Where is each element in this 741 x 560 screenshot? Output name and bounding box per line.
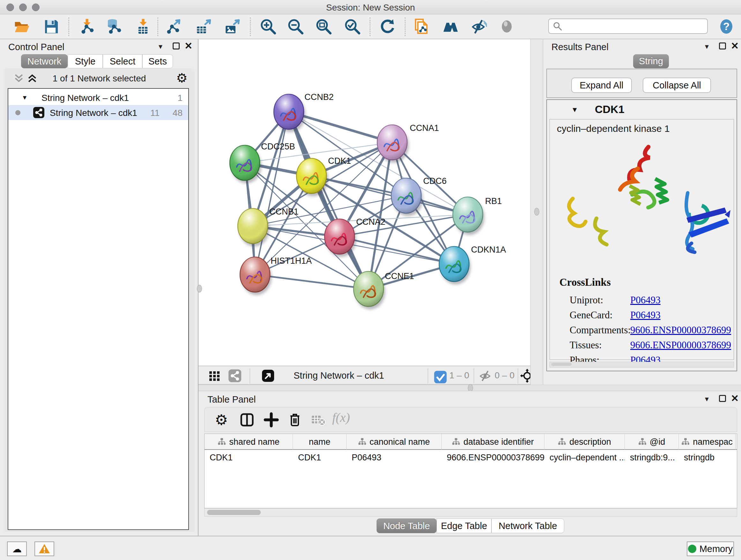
- network-current-dot-icon: [15, 110, 20, 115]
- splitter-handle[interactable]: [468, 384, 473, 392]
- table-cell[interactable]: CDK1: [293, 450, 347, 466]
- hidden-eye-icon[interactable]: [478, 369, 492, 383]
- crosslink-link[interactable]: 9606.ENSP00000378699: [630, 324, 731, 336]
- crosslink-row: Uniprot:P06493: [550, 294, 734, 309]
- network-canvas[interactable]: CCNB2CCNA1CDC25BCDK1CDC6RB1CCNB1CCNA2CDK…: [203, 41, 529, 366]
- table-cell[interactable]: stringdb:9...: [625, 450, 679, 466]
- crosslink-link[interactable]: 9606.ENSP00000378699: [630, 339, 731, 351]
- splitter-handle[interactable]: [197, 285, 202, 293]
- zoom-out-icon[interactable]: [287, 18, 304, 35]
- show-columns-icon[interactable]: [239, 412, 255, 428]
- table-cell[interactable]: 9606.ENSP00000378699: [442, 450, 544, 466]
- zoom-selected-icon[interactable]: [344, 18, 360, 35]
- show-gray-eye-icon[interactable]: [498, 18, 515, 35]
- gene-symbol: CDK1: [595, 103, 624, 116]
- results-panel-menu-icon[interactable]: ▼: [704, 43, 710, 51]
- memory-status-dot-icon: [688, 545, 696, 553]
- results-panel-close-icon[interactable]: ✕: [731, 43, 739, 50]
- selected-checkbox-icon[interactable]: [433, 370, 445, 384]
- control-panel-float-icon[interactable]: [173, 43, 180, 50]
- gene-section-hscrollbar[interactable]: [549, 362, 734, 368]
- column-header-canonical-name[interactable]: canonical name: [347, 434, 442, 450]
- open-session-icon[interactable]: [13, 18, 30, 35]
- column-header-database-identifier[interactable]: database identifier: [442, 434, 544, 450]
- gene-collapse-icon[interactable]: ▼: [571, 106, 578, 114]
- import-network-database-icon[interactable]: [106, 18, 123, 35]
- tab-node-table[interactable]: Node Table: [377, 518, 436, 533]
- tab-string[interactable]: String: [633, 54, 669, 68]
- expand-all-button[interactable]: Expand All: [571, 78, 632, 93]
- refresh-layout-icon[interactable]: [379, 18, 396, 35]
- crosslink-link[interactable]: P06493: [630, 309, 661, 321]
- grid-view-icon[interactable]: [207, 369, 221, 383]
- birdseye-view-icon[interactable]: [261, 369, 275, 383]
- table-panel-menu-icon[interactable]: ▼: [704, 395, 710, 403]
- cloud-status-button[interactable]: ☁: [7, 542, 27, 556]
- tab-style[interactable]: Style: [68, 54, 103, 68]
- help-button[interactable]: ?: [718, 18, 735, 35]
- table-options-gear-icon[interactable]: ⚙: [215, 412, 231, 428]
- network-node-count: 11: [150, 108, 159, 118]
- collection-label: String Network – cdk1: [42, 93, 129, 103]
- table-cell[interactable]: P06493: [347, 450, 442, 466]
- table-cell[interactable]: CDK1: [205, 450, 293, 466]
- tab-edge-table[interactable]: Edge Table: [436, 518, 491, 533]
- clone-network-icon[interactable]: [413, 18, 429, 35]
- table-panel-close-icon[interactable]: ✕: [731, 395, 739, 402]
- splitter-handle[interactable]: [534, 208, 539, 215]
- delete-column-trash-icon[interactable]: [287, 412, 303, 428]
- export-image-icon[interactable]: [223, 18, 240, 35]
- network-row[interactable]: String Network – cdk1 11 48: [8, 105, 188, 120]
- share-network-gray-icon[interactable]: [228, 369, 242, 383]
- formula-builder-fx: f(x): [332, 410, 350, 425]
- import-network-file-icon[interactable]: [78, 18, 95, 35]
- control-panel-close-icon[interactable]: ✕: [185, 43, 192, 50]
- tab-sets[interactable]: Sets: [142, 54, 173, 68]
- export-table-icon[interactable]: [195, 18, 211, 35]
- find-binoculars-icon[interactable]: [442, 18, 459, 35]
- hide-selected-eye-icon[interactable]: [470, 18, 487, 35]
- network-view-title: String Network – cdk1: [293, 370, 384, 381]
- zoom-fit-icon[interactable]: [315, 18, 332, 35]
- search-input[interactable]: [562, 20, 707, 33]
- column-header--id[interactable]: @id: [625, 434, 679, 450]
- scrollbar-thumb[interactable]: [207, 510, 261, 515]
- import-table-file-icon[interactable]: [135, 18, 151, 35]
- network-options-gear-icon[interactable]: ⚙: [176, 71, 188, 84]
- collection-expand-icon[interactable]: ▼: [22, 94, 28, 101]
- add-column-plus-icon[interactable]: [263, 412, 279, 428]
- zoom-in-icon[interactable]: [260, 18, 276, 35]
- table-panel-float-icon[interactable]: [719, 395, 726, 402]
- crosslink-row: GeneCard:P06493: [550, 309, 734, 324]
- network-collection-row[interactable]: ▼ String Network – cdk1 1: [8, 90, 188, 105]
- table-cell[interactable]: cyclin–dependent ...: [544, 450, 625, 466]
- toolbar-separator: [474, 368, 474, 383]
- save-session-icon[interactable]: [43, 18, 59, 35]
- status-bar: ☁ Memory: [0, 536, 741, 560]
- column-header-name[interactable]: name: [293, 434, 347, 450]
- gene-description: cyclin–dependent kinase 1: [557, 123, 670, 134]
- table-row[interactable]: CDK1CDK1P064939606.ENSP00000378699cyclin…: [205, 450, 737, 466]
- tab-select[interactable]: Select: [103, 54, 142, 68]
- vertical-splitter[interactable]: [530, 39, 543, 385]
- collection-count: 1: [178, 93, 183, 103]
- warnings-button[interactable]: [35, 542, 54, 556]
- column-header-namespac[interactable]: namespac: [679, 434, 736, 450]
- tab-network-table[interactable]: Network Table: [491, 518, 564, 533]
- table-hscrollbar[interactable]: [204, 508, 737, 516]
- scrollbar-thumb[interactable]: [551, 363, 571, 366]
- column-header-description[interactable]: description: [544, 434, 625, 450]
- collapse-all-button[interactable]: Collapse All: [643, 78, 711, 93]
- results-panel-float-icon[interactable]: [719, 43, 726, 50]
- memory-button[interactable]: Memory: [687, 542, 734, 556]
- node-label-CDC25B: CDC25B: [261, 142, 295, 151]
- export-network-icon[interactable]: [164, 18, 181, 35]
- delete-table-icon[interactable]: [310, 412, 326, 428]
- tab-network[interactable]: Network: [21, 54, 68, 68]
- column-header-shared-name[interactable]: shared name: [205, 434, 293, 450]
- horizontal-splitter[interactable]: [199, 385, 741, 391]
- gene-section-header[interactable]: ▼ CDK1: [547, 100, 737, 118]
- control-panel-menu-icon[interactable]: ▼: [157, 43, 164, 51]
- crosslink-link[interactable]: P06493: [630, 294, 661, 306]
- table-cell[interactable]: stringdb: [679, 450, 736, 466]
